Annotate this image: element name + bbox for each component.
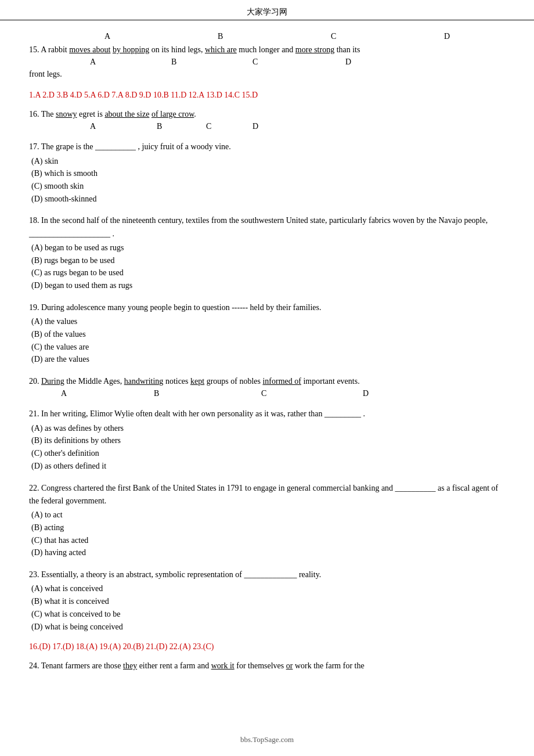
col-a: A: [104, 32, 165, 41]
q21-optC: (C) other's definition: [31, 447, 505, 460]
q17-optA: (A) skin: [31, 155, 505, 168]
main-content: A B C D 15. A rabbit moves about by hopp…: [0, 26, 534, 705]
q15-text: 15. A rabbit moves about by hopping on i…: [29, 44, 505, 56]
q17-optC: (C) smooth skin: [31, 180, 505, 193]
header-title: 大家学习网: [247, 8, 287, 16]
q17-optB: (B) which is smooth: [31, 167, 505, 180]
q22-optB: (B) acting: [31, 521, 505, 534]
question-20: 20. During the Middle Ages, handwriting …: [29, 375, 505, 398]
question-24: 24. Tenant farmers are those they either…: [29, 660, 505, 672]
answer-row-2: 16.(D) 17.(D) 18.(A) 19.(A) 20.(B) 21.(D…: [29, 642, 505, 651]
answer-row-1: 1.A 2.D 3.B 4.D 5.A 6.D 7.A 8.D 9.D 10.B…: [29, 91, 505, 100]
question-17: 17. The grape is the __________ , juicy …: [29, 141, 505, 205]
page-header: 大家学习网: [0, 0, 534, 20]
q22-optC: (C) that has acted: [31, 534, 505, 547]
q21-optD: (D) as others defined it: [31, 460, 505, 473]
q18-optD: (D) began to used them as rugs: [31, 279, 505, 292]
question-23: 23. Essentially, a theory is an abstract…: [29, 568, 505, 633]
q20-abcd: A B C D: [29, 389, 505, 398]
question-19: 19. During adolescence many young people…: [29, 301, 505, 366]
q23-optD: (D) what is being conceived: [31, 621, 505, 633]
q21-optA: (A) as was defines by others: [31, 422, 505, 435]
q22-optA: (A) to act: [31, 509, 505, 521]
footer-text: bbs.TopSage.com: [240, 735, 294, 744]
q18-optC: (C) as rugs began to be used: [31, 267, 505, 279]
q15-abcd: A B C D: [29, 57, 505, 67]
q19-optB: (B) of the values: [31, 328, 505, 341]
q18-optB: (B) rugs began to be used: [31, 254, 505, 267]
question-16: 16. The snowy egret is about the size of…: [29, 108, 505, 131]
q17-optD: (D) smooth-skinned: [31, 193, 505, 206]
question-15: 15. A rabbit moves about by hopping on i…: [29, 44, 505, 81]
q16-abcd: A B C D: [29, 122, 505, 131]
q23-optC: (C) what is conceived to be: [31, 608, 505, 621]
col-c: C: [331, 32, 392, 41]
q21-optB: (B) its definitions by others: [31, 434, 505, 447]
top-abcd-row: A B C D: [29, 32, 505, 41]
col-d: D: [444, 32, 505, 41]
question-21: 21. In her writing, Elimor Wylie often d…: [29, 408, 505, 472]
q22-optD: (D) having acted: [31, 546, 505, 559]
page-footer: bbs.TopSage.com: [0, 735, 534, 744]
question-22: 22. Congress chartered the first Bank of…: [29, 482, 505, 560]
question-18: 18. In the second half of the nineteenth…: [29, 214, 505, 292]
q19-optA: (A) the values: [31, 315, 505, 328]
q18-optA: (A) began to be used as rugs: [31, 242, 505, 254]
q23-optA: (A) what is conceived: [31, 582, 505, 595]
q19-optC: (C) the values are: [31, 341, 505, 354]
q19-optD: (D) are the values: [31, 353, 505, 366]
col-b: B: [218, 32, 279, 41]
q23-optB: (B) what it is conceived: [31, 595, 505, 608]
